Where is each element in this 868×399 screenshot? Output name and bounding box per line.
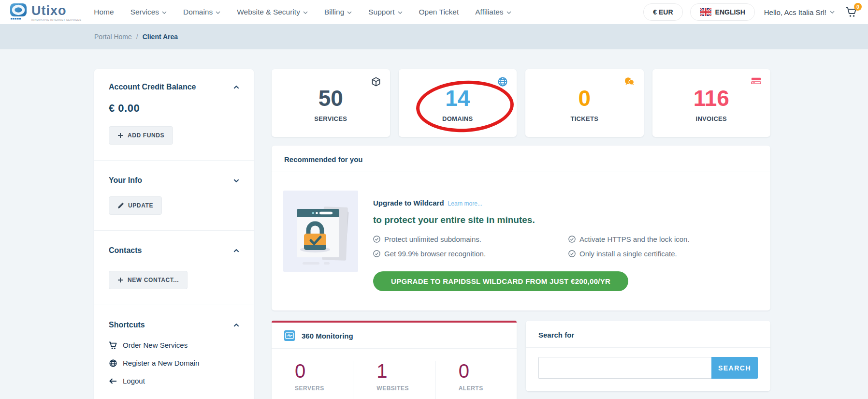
monitoring-title: 360 Monitoring bbox=[302, 332, 353, 340]
chevron-down-icon bbox=[303, 11, 308, 14]
chevron-up-icon bbox=[233, 249, 239, 252]
services-count: 50 bbox=[318, 87, 343, 109]
shortcuts-section-header[interactable]: Shortcuts bbox=[109, 321, 239, 329]
credit-balance-amount: € 0.00 bbox=[109, 102, 239, 115]
servers-label: SERVERS bbox=[295, 385, 353, 392]
chevron-down-icon bbox=[506, 11, 511, 14]
tickets-count: 0 bbox=[578, 87, 591, 109]
credit-balance-section-header[interactable]: Account Credit Balance bbox=[109, 83, 239, 91]
wildcard-ssl-illustration bbox=[283, 191, 358, 272]
nav-home[interactable]: Home bbox=[94, 8, 114, 16]
nav-billing[interactable]: Billing bbox=[324, 8, 352, 16]
websites-label: WEBSITES bbox=[376, 385, 434, 392]
sidebar-divider bbox=[94, 230, 254, 231]
brand-tagline: INNOVATIVE INTERNET SERVICES bbox=[31, 19, 81, 22]
chevron-up-icon bbox=[233, 86, 239, 89]
shortcut-register-new-domain[interactable]: Register a New Domain bbox=[109, 359, 239, 367]
bullet-item: Protect unlimited subdomains. bbox=[373, 235, 568, 243]
nav-affiliates[interactable]: Affiliates bbox=[475, 8, 511, 16]
header-right: € EUR ENGLISH Hello, Acs Italia Srl! bbox=[643, 3, 857, 21]
domains-label: DOMAINS bbox=[442, 115, 473, 122]
nav-domains[interactable]: Domains bbox=[183, 8, 220, 16]
brand-logo[interactable]: Utixo INNOVATIVE INTERNET SERVICES bbox=[9, 3, 81, 22]
update-info-button[interactable]: UPDATE bbox=[109, 196, 162, 215]
invoices-label: INVOICES bbox=[695, 115, 727, 122]
domains-count: 14 bbox=[445, 87, 470, 109]
check-circle-icon bbox=[373, 236, 380, 243]
arrow-left-icon bbox=[109, 378, 117, 384]
monitor-pulse-icon bbox=[284, 330, 295, 341]
bullet-item: Activate HTTPS and the lock icon. bbox=[568, 235, 690, 243]
globe-icon bbox=[109, 359, 117, 367]
alerts-label: ALERTS bbox=[459, 385, 517, 392]
main-nav: Home Services Domains Website & Security… bbox=[94, 8, 511, 16]
new-contact-button[interactable]: NEW CONTACT... bbox=[109, 271, 188, 289]
invoices-count: 116 bbox=[694, 87, 729, 109]
nav-services[interactable]: Services bbox=[130, 8, 167, 16]
nav-support[interactable]: Support bbox=[368, 8, 402, 16]
cart-count-badge: 0 bbox=[854, 3, 862, 11]
monitoring-websites-stat: 1 WEBSITES bbox=[353, 361, 434, 399]
search-input[interactable] bbox=[538, 357, 711, 379]
search-button[interactable]: SEARCH bbox=[711, 357, 758, 379]
sidebar-divider bbox=[94, 305, 254, 305]
plus-icon bbox=[117, 277, 123, 283]
feature-bullets: Protect unlimited subdomains. Get 99.9% … bbox=[373, 235, 756, 258]
sidebar: Account Credit Balance € 0.00 ADD FUNDS … bbox=[94, 69, 254, 399]
check-circle-icon bbox=[373, 250, 380, 257]
tickets-stat-card[interactable]: 0 TICKETS bbox=[525, 69, 644, 137]
offer-title: Upgrade to Wildcard bbox=[373, 199, 444, 207]
chat-icon bbox=[624, 77, 635, 86]
check-circle-icon bbox=[568, 236, 576, 243]
invoices-stat-card[interactable]: 116 INVOICES bbox=[652, 69, 771, 137]
cart-icon bbox=[109, 341, 117, 349]
servers-count: 0 bbox=[295, 361, 353, 381]
user-account-menu[interactable]: Hello, Acs Italia Srl! bbox=[764, 8, 835, 16]
box-icon bbox=[371, 77, 381, 87]
bullet-item: Get 99.9% browser recognition. bbox=[373, 250, 568, 258]
add-funds-button[interactable]: ADD FUNDS bbox=[109, 126, 173, 145]
your-info-section-header[interactable]: Your Info bbox=[109, 176, 239, 185]
cart-button[interactable]: 0 bbox=[846, 7, 857, 17]
learn-more-link[interactable]: Learn more... bbox=[448, 200, 482, 207]
search-panel-title: Search for bbox=[538, 331, 758, 339]
search-panel-divider bbox=[526, 347, 770, 348]
nav-website-security[interactable]: Website & Security bbox=[237, 8, 308, 16]
credit-card-icon bbox=[751, 77, 761, 85]
breadcrumb-portal-home[interactable]: Portal Home bbox=[94, 33, 132, 41]
monitoring-stats: 0 SERVERS 1 WEBSITES 0 ALERTS bbox=[272, 349, 517, 399]
contacts-title: Contacts bbox=[109, 246, 142, 255]
shortcut-logout[interactable]: Logout bbox=[109, 377, 239, 385]
monitoring-servers-stat: 0 SERVERS bbox=[272, 361, 353, 399]
domains-stat-card[interactable]: 14 DOMAINS bbox=[399, 69, 517, 137]
bullet-item: Only install a single certificate. bbox=[568, 250, 690, 258]
search-panel: Search for SEARCH bbox=[526, 321, 770, 391]
currency-selector[interactable]: € EUR bbox=[643, 3, 682, 21]
chevron-down-icon bbox=[233, 179, 239, 182]
shortcut-order-new-services[interactable]: Order New Services bbox=[109, 341, 239, 349]
recommended-panel: Recommended for you bbox=[272, 146, 770, 310]
your-info-title: Your Info bbox=[109, 176, 142, 185]
monitoring-panel: 360 Monitoring 0 SERVERS 1 WEBSITES 0 AL… bbox=[272, 321, 517, 399]
language-selector[interactable]: ENGLISH bbox=[690, 3, 755, 21]
services-label: SERVICES bbox=[314, 115, 347, 122]
offer-subtitle: to protect your entire site in minutes. bbox=[373, 215, 756, 225]
check-circle-icon bbox=[568, 250, 576, 257]
chevron-down-icon bbox=[398, 11, 403, 14]
brand-name: Utixo bbox=[31, 4, 81, 17]
breadcrumb-current-page: Client Area bbox=[143, 33, 178, 41]
stats-row: 50 SERVICES 14 DOMAINS 0 TICKETS bbox=[272, 69, 770, 137]
nav-open-ticket[interactable]: Open Ticket bbox=[419, 8, 459, 16]
chevron-up-icon bbox=[233, 324, 239, 327]
chevron-down-icon bbox=[162, 11, 167, 14]
contacts-section-header[interactable]: Contacts bbox=[109, 246, 239, 255]
recommended-panel-title: Recommended for you bbox=[272, 146, 770, 172]
breadcrumb: Portal Home / Client Area bbox=[0, 24, 868, 49]
tickets-label: TICKETS bbox=[570, 115, 598, 122]
monitoring-alerts-stat: 0 ALERTS bbox=[435, 361, 517, 399]
services-stat-card[interactable]: 50 SERVICES bbox=[272, 69, 390, 137]
chevron-down-icon bbox=[216, 11, 220, 14]
uk-flag-icon bbox=[700, 8, 711, 16]
upgrade-wildcard-cta-button[interactable]: UPGRADE TO RAPIDSSL WILDCARD FROM JUST €… bbox=[373, 271, 628, 291]
breadcrumb-separator: / bbox=[136, 33, 138, 41]
